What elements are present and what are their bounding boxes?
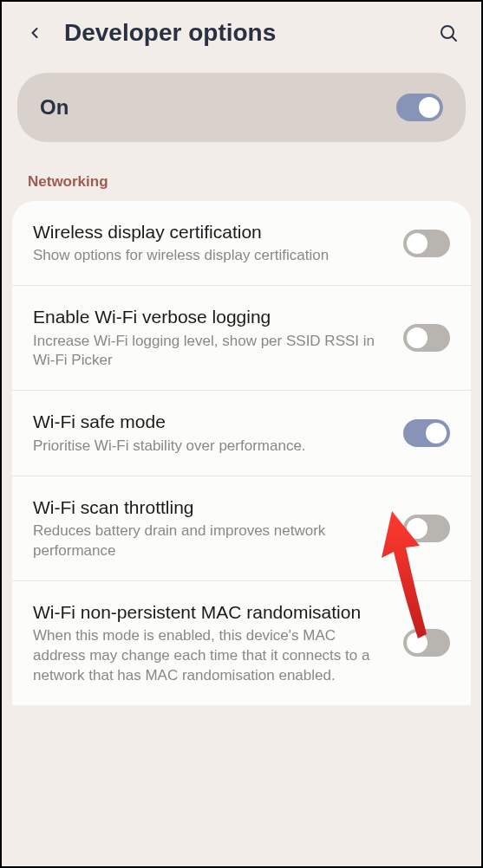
toggle-wireless-display[interactable] [403,230,450,257]
master-toggle[interactable] [396,94,443,121]
setting-desc: Increase Wi-Fi logging level, show per S… [33,332,389,372]
toggle-wifi-safe-mode[interactable] [403,419,450,447]
search-icon[interactable] [436,21,460,45]
toggle-wifi-scan-throttling[interactable] [403,515,450,542]
header: Developer options [2,2,481,61]
back-icon[interactable] [23,21,47,45]
setting-wifi-verbose-logging[interactable]: Enable Wi-Fi verbose logging Increase Wi… [12,286,471,391]
setting-wifi-mac-randomisation[interactable]: Wi-Fi non-persistent MAC randomisation W… [12,581,471,705]
setting-title: Wireless display certification [33,220,389,243]
setting-desc: When this mode is enabled, this device's… [33,626,389,686]
master-switch-row[interactable]: On [17,73,466,142]
toggle-wifi-mac-randomisation[interactable] [403,629,450,657]
setting-title: Wi-Fi non-persistent MAC randomisation [33,600,389,624]
page-title: Developer options [64,19,436,47]
setting-desc: Show options for wireless display certif… [33,246,389,266]
setting-desc: Reduces battery drain and improves netwo… [33,521,389,561]
section-header-networking: Networking [2,142,481,201]
toggle-wifi-verbose[interactable] [403,324,450,352]
svg-line-1 [452,36,456,41]
setting-title: Enable Wi-Fi verbose logging [33,305,389,328]
setting-wireless-display-certification[interactable]: Wireless display certification Show opti… [12,201,471,286]
setting-desc: Prioritise Wi-Fi stability over performa… [33,437,389,457]
setting-title: Wi-Fi scan throttling [33,496,389,519]
setting-title: Wi-Fi safe mode [33,410,389,433]
settings-card: Wireless display certification Show opti… [12,201,471,705]
setting-wifi-scan-throttling[interactable]: Wi-Fi scan throttling Reduces battery dr… [12,476,471,581]
master-switch-label: On [40,95,69,120]
setting-wifi-safe-mode[interactable]: Wi-Fi safe mode Prioritise Wi-Fi stabili… [12,391,471,476]
